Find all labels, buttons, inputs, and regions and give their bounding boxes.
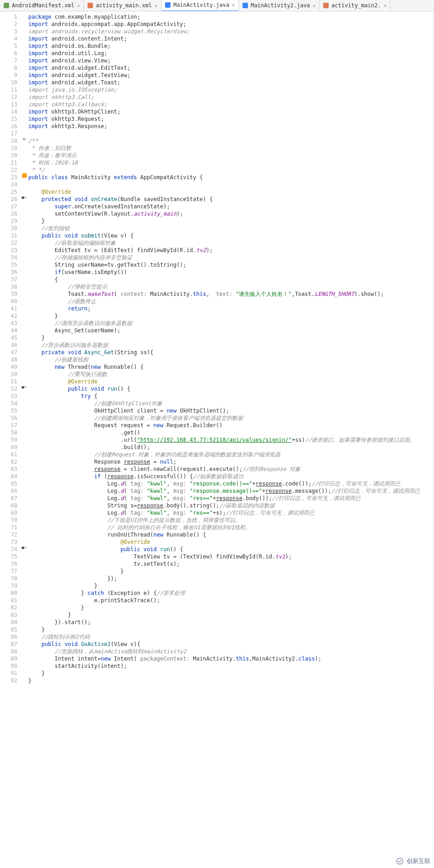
code-line[interactable]: }	[28, 604, 434, 611]
code-line[interactable]: }	[28, 217, 434, 225]
code-line[interactable]: OkHttpClient client = new OkHttpClient()…	[28, 407, 434, 414]
code-line[interactable]: startActivity(intent);	[28, 662, 434, 670]
code-line[interactable]: String s=response.body().string();//获取返回…	[28, 502, 434, 509]
code-line[interactable]: //签到按钮	[28, 225, 434, 232]
close-icon[interactable]: ×	[155, 3, 157, 8]
code-line[interactable]: import okhttp3.OkHttpClient;	[28, 108, 434, 115]
code-line[interactable]: response = client.newCall(request).execu…	[28, 465, 434, 473]
code-line[interactable]: super.onCreate(savedInstanceState);	[28, 203, 434, 210]
code-line[interactable]: import android.util.Log;	[28, 50, 434, 57]
code-line[interactable]: protected void onCreate(Bundle savedInst…	[28, 196, 434, 203]
code-line[interactable]: }	[28, 670, 434, 677]
close-icon[interactable]: ×	[232, 3, 235, 8]
tab-activity_main2-[interactable]: activity_main2.×	[320, 0, 390, 11]
code-line[interactable]: Log.d( tag: "kwwl", msg: "res=="+s);//打印…	[28, 509, 434, 517]
code-line[interactable]: //创建OkHttpClient对象	[28, 400, 434, 407]
code-area[interactable]: package com.example.myapplication;import…	[28, 11, 434, 686]
code-line[interactable]: import android.content.Intent;	[28, 35, 434, 42]
code-line[interactable]: //重写执行函数	[28, 371, 434, 378]
code-line[interactable]: Log.d( tag: "kwwl", msg: "response.code(…	[28, 480, 434, 487]
code-line[interactable]: import android.view.View;	[28, 57, 434, 64]
code-line[interactable]: }	[28, 677, 434, 684]
code-line[interactable]: Log.d( tag: "kwwl", msg: "res=="+respons…	[28, 495, 434, 502]
code-line[interactable]: * 作者：刘日辉	[28, 145, 434, 152]
code-line[interactable]: import okhttp3.Response;	[28, 123, 434, 130]
code-line[interactable]: public void submit(View v) {	[28, 232, 434, 239]
code-line[interactable]: @Override	[28, 188, 434, 196]
code-line[interactable]: if(userName.isEmpty())	[28, 269, 434, 276]
code-line[interactable]: import android.widget.Toast;	[28, 79, 434, 86]
code-line[interactable]: return;	[28, 305, 434, 312]
code-line[interactable]: import okhttp3.Request;	[28, 115, 434, 123]
code-line[interactable]: }	[28, 626, 434, 633]
code-line[interactable]: import androidx.appcompat.app.AppCompatA…	[28, 21, 434, 28]
code-line[interactable]: .get()	[28, 429, 434, 436]
code-line[interactable]: Response response = null;	[28, 458, 434, 465]
code-line[interactable]: import okhttp3.Call;	[28, 93, 434, 101]
code-line[interactable]: * */	[28, 166, 434, 174]
code-line[interactable]	[28, 130, 434, 137]
code-line[interactable]: //弹框非空提示	[28, 283, 434, 290]
code-line[interactable]: .url("http://192.168.43.77:52118/api/val…	[28, 436, 434, 444]
code-line[interactable]: //创建网络响应对象，对象用于接收客户端浏览器提交的数据	[28, 414, 434, 422]
code-line[interactable]: //创建Request 对象，对象的功能是将服务器端的数据发送到客户端浏览器	[28, 451, 434, 458]
code-line[interactable]: * 用途：教学演示	[28, 152, 434, 159]
code-line[interactable]: e.printStackTrace();	[28, 597, 434, 604]
code-line[interactable]: EditText tv = (EditText) findViewById(R.…	[28, 247, 434, 254]
code-line[interactable]: //跳转到示例2代码	[28, 633, 434, 641]
code-line[interactable]: tv.setText(s);	[28, 560, 434, 568]
code-line[interactable]: import java.io.IOException;	[28, 86, 434, 93]
code-line[interactable]: }	[28, 312, 434, 320]
code-line[interactable]: package com.example.myapplication;	[28, 13, 434, 21]
code-line[interactable]: @Override	[28, 378, 434, 385]
code-line[interactable]: .build();	[28, 444, 434, 451]
code-line[interactable]: //下面是UI控件上的提示数据，当然，用弹窗也可以。	[28, 517, 434, 524]
code-line[interactable]: new Thread(new Runnable() {	[28, 363, 434, 371]
code-line[interactable]: TextView tv = (TextView) findViewById(R.…	[28, 553, 434, 560]
tab-AndroidManifest-xml[interactable]: AndroidManifest.xml×	[0, 0, 84, 11]
code-line[interactable]: runOnUiThread(new Runnable() {	[28, 531, 434, 538]
code-line[interactable]: });	[28, 575, 434, 582]
code-line[interactable]: }	[28, 334, 434, 341]
code-line[interactable]: import okhttp3.Callback;	[28, 101, 434, 108]
code-line[interactable]: /**	[28, 137, 434, 145]
code-line[interactable]: public void run() {	[28, 546, 434, 553]
code-line[interactable]: //函数终止	[28, 298, 434, 305]
code-line[interactable]: //调用异步函数访问服务器数据	[28, 320, 434, 327]
close-icon[interactable]: ×	[77, 3, 80, 8]
code-line[interactable]: {	[28, 276, 434, 283]
code-line[interactable]: public class MainActivity extends AppCom…	[28, 174, 434, 181]
code-line[interactable]: //异步函数访问服务器数据	[28, 341, 434, 349]
code-line[interactable]: }	[28, 582, 434, 589]
code-line[interactable]: @Override	[28, 538, 434, 546]
code-line[interactable]: //存储编辑框的内容并非空验证	[28, 254, 434, 261]
code-line[interactable]: Request request = new Request.Builder()	[28, 422, 434, 429]
code-line[interactable]: import androidx.recyclerview.widget.Recy…	[28, 28, 434, 35]
close-icon[interactable]: ×	[383, 3, 386, 8]
close-icon[interactable]: ×	[313, 3, 315, 8]
code-line[interactable]: Toast.makeText( context: MainActivity.th…	[28, 290, 434, 298]
code-line[interactable]: public void run() {	[28, 385, 434, 393]
code-line[interactable]: if (response.isSuccessful()) {//如果数据获取成功	[28, 473, 434, 480]
code-line[interactable]: }).start();	[28, 619, 434, 626]
code-line[interactable]: } catch (Exception e) {//异常处理	[28, 589, 434, 597]
code-line[interactable]: Async_Get(userName);	[28, 327, 434, 334]
code-line[interactable]: String userName=tv.getText().toString();	[28, 261, 434, 269]
code-line[interactable]: private void Async_Get(String ss){	[28, 349, 434, 356]
code-line[interactable]: setContentView(R.layout.activity_main);	[28, 210, 434, 217]
code-line[interactable]: Intent intent=new Intent( packageContext…	[28, 655, 434, 662]
tab-MainActivity2-java[interactable]: MainActivity2.java×	[239, 0, 320, 11]
code-line[interactable]: Log.d( tag: "kwwl", msg: "response.messa…	[28, 487, 434, 495]
code-line[interactable]: }	[28, 611, 434, 619]
tab-MainActivity-java[interactable]: MainActivity.java×	[161, 0, 239, 11]
code-line[interactable]	[28, 181, 434, 188]
code-line[interactable]: import android.widget.EditText;	[28, 64, 434, 72]
code-line[interactable]: import android.os.Bundle;	[28, 42, 434, 50]
code-line[interactable]: * 时间：2020-10	[28, 159, 434, 166]
code-line[interactable]: public void GoActive2(View v){	[28, 641, 434, 648]
code-line[interactable]: try {	[28, 393, 434, 400]
code-line[interactable]: }	[28, 568, 434, 575]
code-line[interactable]: //获取前端的编辑框对象	[28, 239, 434, 247]
code-line[interactable]: //创建新线程	[28, 356, 434, 363]
code-line[interactable]: // 此时的代码执行在子线程，修改UI需要跳转到UI线程。	[28, 524, 434, 531]
